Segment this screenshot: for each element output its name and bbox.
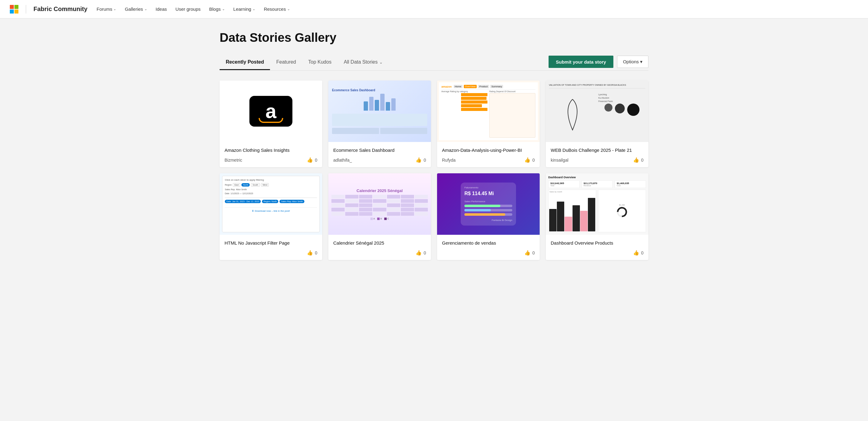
options-button[interactable]: Options ▾	[617, 56, 648, 68]
chevron-down-icon: ⌄	[113, 7, 116, 11]
card-thumbnail: VALUATION OF TOWN AND CITY PROPERTY OWNE…	[546, 81, 648, 142]
card-thumbnail: Ecommerce Sales Dashboard	[328, 81, 431, 142]
tabs-actions: Submit your data story Options ▾	[549, 56, 648, 70]
card-title: HTML No Javascript Filter Page	[224, 240, 317, 246]
card-title: Gerenciamento de vendas	[442, 240, 535, 246]
main-content: Data Stories Gallery Recently Posted Fea…	[210, 19, 658, 278]
thumbs-up-icon: 👍	[524, 250, 530, 256]
thumbs-up-icon: 👍	[307, 250, 313, 256]
thumbs-up-icon: 👍	[415, 250, 422, 256]
card-footer: 👍 0	[546, 246, 648, 260]
nav-galleries[interactable]: Galleries ⌄	[121, 0, 151, 19]
chevron-down-icon: ⌄	[252, 7, 255, 11]
card-body: HTML No Javascript Filter Page	[220, 235, 322, 246]
tabs-left: Recently Posted Featured Top Kudos All D…	[220, 56, 389, 70]
card-body: Amazon Clothing Sales Insights	[220, 142, 322, 153]
card-author: kinsailgal	[551, 158, 568, 162]
chevron-down-icon: ⌄	[379, 60, 383, 64]
card-author: Rufyda	[442, 158, 456, 162]
microsoft-logo	[10, 5, 19, 13]
page-title: Data Stories Gallery	[220, 31, 648, 44]
card-likes[interactable]: 👍 0	[524, 157, 535, 163]
card-footer: Rufyda 👍 0	[437, 153, 540, 167]
card-likes[interactable]: 👍 0	[415, 157, 426, 163]
card-body: Calendrier Sénégal 2025	[328, 235, 431, 246]
card-body: WEB DuBois Challenge 2025 - Plate 21	[546, 142, 648, 153]
gallery-card[interactable]: Faturamento R$ 114.45 Mi Sales Performan…	[437, 173, 540, 260]
amazon-smile-icon	[259, 118, 283, 123]
gallery-card[interactable]: amazon Home OverView Product Summary Ave…	[437, 81, 540, 167]
card-thumbnail: Faturamento R$ 114.45 Mi Sales Performan…	[437, 173, 540, 235]
card-likes[interactable]: 👍 0	[307, 157, 317, 163]
nav-usergroups[interactable]: User groups	[172, 0, 204, 19]
nav-blogs[interactable]: Blogs ⌄	[206, 0, 228, 19]
card-footer: 👍 0	[437, 246, 540, 260]
card-footer: kinsailgal 👍 0	[546, 153, 648, 167]
nav-resources[interactable]: Resources ⌄	[260, 0, 293, 19]
gallery-card[interactable]: Dashboard Overview $12,642,905 Total $11…	[546, 173, 648, 260]
nav-learning[interactable]: Learning ⌄	[230, 0, 259, 19]
nav-ideas[interactable]: Ideas	[152, 0, 171, 19]
gallery-grid: a Amazon Clothing Sales Insights Bizmetr…	[220, 81, 648, 260]
ms-logo-yellow	[14, 9, 19, 13]
card-thumbnail: Click on each slicer to apply filtering …	[220, 173, 322, 235]
card-body: Gerenciamento de vendas	[437, 235, 540, 246]
card-footer: 👍 0	[328, 246, 431, 260]
thumbs-up-icon: 👍	[307, 157, 313, 163]
gallery-card[interactable]: Click on each slicer to apply filtering …	[220, 173, 322, 260]
card-title: Ecommerce Sales Dashboard	[333, 147, 426, 153]
ms-logo-red	[10, 5, 14, 9]
card-likes[interactable]: 👍 0	[307, 250, 317, 256]
card-title: Amazon-Data-Analysis-using-Power-BI	[442, 147, 535, 153]
card-likes[interactable]: 👍 0	[633, 157, 644, 163]
chevron-down-icon: ⌄	[144, 7, 147, 11]
main-nav: Forums ⌄ Galleries ⌄ Ideas User groups B…	[93, 0, 858, 19]
card-likes[interactable]: 👍 0	[415, 250, 426, 256]
tab-recently-posted[interactable]: Recently Posted	[220, 56, 270, 70]
gallery-card[interactable]: Ecommerce Sales Dashboard	[328, 81, 431, 167]
submit-story-button[interactable]: Submit your data story	[549, 56, 613, 68]
card-thumbnail: a	[220, 81, 322, 142]
ecommerce-dashboard-preview: Ecommerce Sales Dashboard	[328, 81, 431, 142]
card-title: Dashboard Overview Products	[551, 240, 644, 246]
ms-logo-blue	[10, 9, 14, 13]
card-body: Amazon-Data-Analysis-using-Power-BI	[437, 142, 540, 153]
ms-logo-green	[14, 5, 19, 9]
card-likes[interactable]: 👍 0	[524, 250, 535, 256]
tabs-row: Recently Posted Featured Top Kudos All D…	[220, 56, 648, 71]
nav-forums[interactable]: Forums ⌄	[93, 0, 120, 19]
card-footer: 👍 0	[220, 246, 322, 260]
card-body: Ecommerce Sales Dashboard	[328, 142, 431, 153]
card-title: WEB DuBois Challenge 2025 - Plate 21	[551, 147, 644, 153]
gallery-card[interactable]: VALUATION OF TOWN AND CITY PROPERTY OWNE…	[546, 81, 648, 167]
thumbs-up-icon: 👍	[633, 157, 639, 163]
amazon-logo-icon: a	[249, 96, 292, 127]
site-header: Fabric Community Forums ⌄ Galleries ⌄ Id…	[0, 0, 868, 19]
card-likes[interactable]: 👍 0	[633, 250, 644, 256]
card-title: Calendrier Sénégal 2025	[333, 240, 426, 246]
thumbs-up-icon: 👍	[415, 157, 422, 163]
card-thumbnail: Dashboard Overview $12,642,905 Total $11…	[546, 173, 648, 235]
tab-all-data-stories[interactable]: All Data Stories ⌄	[338, 56, 389, 70]
gallery-card[interactable]: a Amazon Clothing Sales Insights Bizmetr…	[220, 81, 322, 167]
card-author: Bizmetric	[224, 158, 242, 162]
chevron-down-icon: ⌄	[287, 7, 290, 11]
card-thumbnail: amazon Home OverView Product Summary Ave…	[437, 81, 540, 142]
logo-area[interactable]: Fabric Community	[10, 5, 88, 13]
card-thumbnail: Calendrier 2025 Sénégal A B C	[328, 173, 431, 235]
tab-top-kudos[interactable]: Top Kudos	[302, 56, 338, 70]
thumbs-up-icon: 👍	[524, 157, 530, 163]
gallery-card[interactable]: Calendrier 2025 Sénégal A B C	[328, 173, 431, 260]
card-title: Amazon Clothing Sales Insights	[224, 147, 317, 153]
brand-name[interactable]: Fabric Community	[33, 5, 88, 12]
thumbs-up-icon: 👍	[633, 250, 639, 256]
card-footer: Bizmetric 👍 0	[220, 153, 322, 167]
card-footer: adlathifa_ 👍 0	[328, 153, 431, 167]
tab-featured[interactable]: Featured	[270, 56, 302, 70]
chevron-down-icon: ⌄	[222, 7, 225, 11]
card-body: Dashboard Overview Products	[546, 235, 648, 246]
card-author: adlathifa_	[333, 158, 352, 162]
